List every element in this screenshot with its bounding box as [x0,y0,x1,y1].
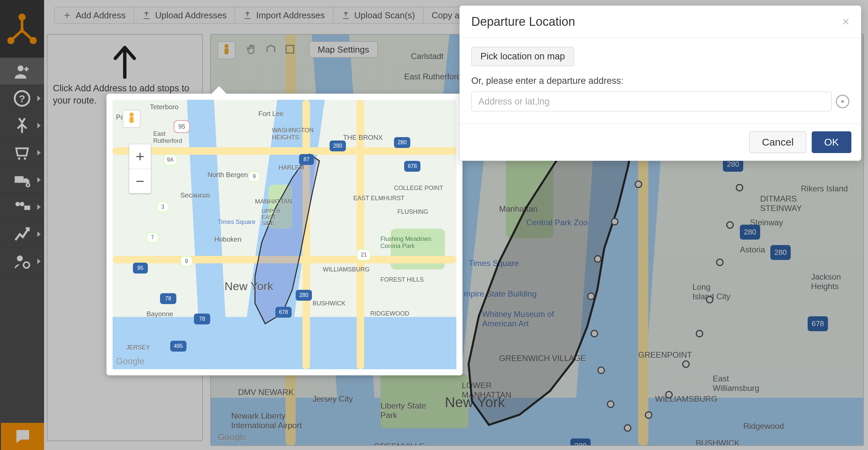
zoom-in-button[interactable]: + [129,144,151,169]
cancel-button[interactable]: Cancel [749,131,806,153]
mini-map[interactable]: + − Teterboro Passaic Fort Lee WASHINGTO… [113,100,456,369]
zoom-control: + − [129,144,151,193]
pegman-icon [126,112,137,126]
target-icon [839,98,846,105]
ok-button[interactable]: OK [812,131,851,153]
svg-point-20 [841,100,844,102]
departure-location-modal: Departure Location × Pick location on ma… [459,5,861,161]
locate-me-button[interactable] [836,95,849,108]
or-label: Or, please enter a departure address: [471,76,849,86]
google-attribution: Google [116,356,144,367]
svg-rect-19 [130,117,134,123]
map-tooltip: + − Teterboro Passaic Fort Lee WASHINGTO… [106,94,462,375]
svg-point-18 [130,113,134,117]
close-icon[interactable]: × [842,16,849,28]
pick-location-button[interactable]: Pick location on map [471,47,574,66]
departure-address-input[interactable] [471,92,832,111]
zoom-out-button[interactable]: − [129,169,151,193]
modal-title: Departure Location [471,15,575,29]
mini-pegman-button[interactable] [123,110,140,128]
